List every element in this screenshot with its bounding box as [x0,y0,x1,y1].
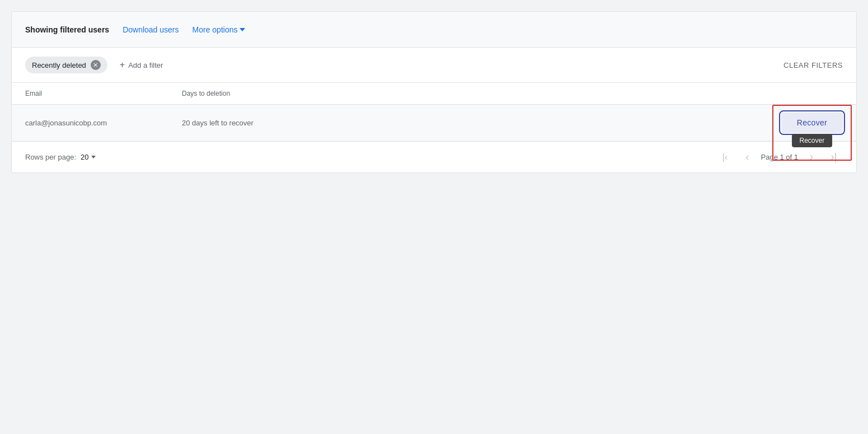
rows-per-page: Rows per page: 20 [25,153,96,161]
main-container: Showing filtered users Download users Mo… [11,11,857,173]
pagination: |‹ ‹ Page 1 of 1 › ›| [716,148,843,166]
chip-label: Recently deleted [32,61,86,69]
last-page-button[interactable]: ›| [825,148,843,166]
recently-deleted-chip: Recently deleted ✕ [25,57,107,73]
recover-tooltip-button[interactable]: Recover [792,134,833,147]
table-row: carla@jonasunicobp.com 20 days left to r… [12,105,856,141]
rows-chevron-icon [91,156,96,158]
rows-per-page-label: Rows per page: [25,153,76,161]
col-email-header: Email [25,90,182,97]
recover-button[interactable]: Recover [781,113,843,133]
plus-icon: + [120,60,125,70]
more-options-button[interactable]: More options [193,25,246,34]
next-page-button[interactable]: › [803,148,820,166]
table-header: Email Days to deletion [12,83,856,105]
add-filter-button[interactable]: + Add a filter [114,57,169,73]
toolbar: Showing filtered users Download users Mo… [12,12,856,48]
cell-days: 20 days left to recover [182,119,781,127]
recover-area: Recover Recover [781,113,843,133]
download-users-link[interactable]: Download users [123,25,179,34]
more-options-label: More options [193,25,238,34]
showing-filtered-label: Showing filtered users [25,25,109,34]
add-filter-label: Add a filter [128,61,163,69]
col-days-header: Days to deletion [182,90,843,97]
first-page-button[interactable]: |‹ [716,148,734,166]
rows-per-page-value: 20 [81,153,88,161]
chevron-down-icon [240,28,245,31]
chip-close-icon[interactable]: ✕ [91,60,101,70]
page-info: Page 1 of 1 [761,153,799,161]
prev-page-button[interactable]: ‹ [739,148,757,166]
filter-bar: Recently deleted ✕ + Add a filter CLEAR … [12,48,856,83]
cell-email: carla@jonasunicobp.com [25,119,182,127]
table-container: Email Days to deletion carla@jonasunicob… [12,83,856,141]
rows-per-page-select[interactable]: 20 [81,153,95,161]
clear-filters-button[interactable]: CLEAR FILTERS [783,61,843,69]
recover-tooltip-area: Recover [781,134,843,147]
footer: Rows per page: 20 |‹ ‹ Page 1 of 1 › ›| [12,141,856,172]
